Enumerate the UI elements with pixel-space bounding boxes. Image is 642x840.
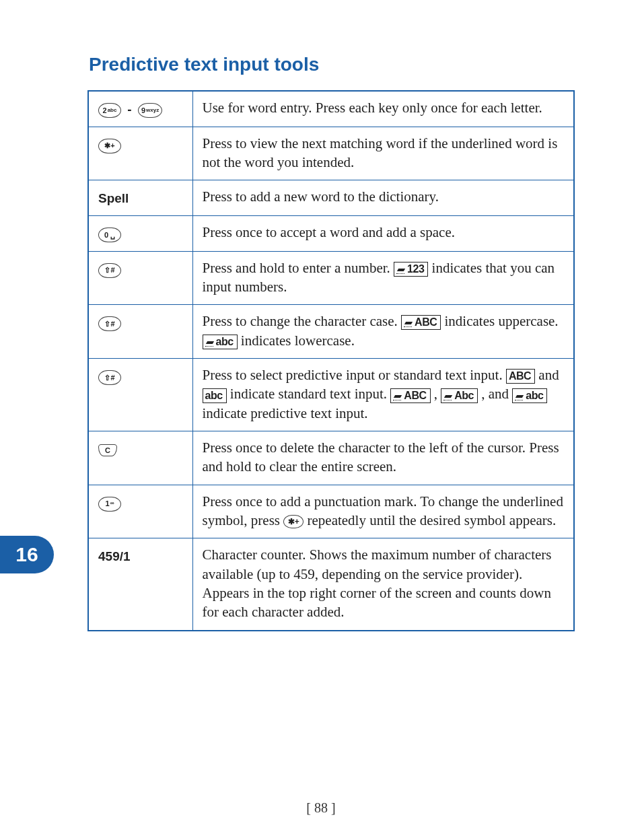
- key-one-icon: 1∞: [98, 497, 121, 512]
- table-row: C Press once to delete the character to …: [88, 431, 574, 485]
- desc-text: Press and hold to enter a number.: [203, 260, 394, 276]
- mode-abc-lower-indicator-icon: abc: [203, 335, 238, 349]
- mode-123-indicator-icon: 123: [394, 262, 428, 277]
- desc-text: repeatedly until the desired symbol appe…: [308, 512, 557, 528]
- key-cell: 0 ␣: [88, 215, 192, 251]
- key-zero-icon: 0 ␣: [98, 228, 121, 242]
- mode-predictive-upper-indicator-icon: ABC: [390, 388, 430, 403]
- dash-icon: -: [127, 102, 131, 116]
- key-2-icon: 2abc: [98, 103, 121, 118]
- key-star-inline-icon: ✱+: [283, 515, 304, 528]
- desc-text: indicate standard text input.: [230, 386, 391, 402]
- key-cell: 1∞: [88, 485, 192, 538]
- key-clear-icon: C: [98, 444, 117, 456]
- table-row: ⇧# Press and hold to enter a number. 123…: [88, 251, 574, 305]
- key-cell: 459/1: [88, 538, 192, 631]
- key-cell: ⇧#: [88, 358, 192, 431]
- mode-abc-upper-indicator-icon: ABC: [401, 315, 441, 330]
- key-hash-icon: ⇧#: [98, 316, 121, 331]
- document-page: Predictive text input tools 2abc - 9wxyz…: [0, 0, 642, 631]
- desc-text: Press to select predictive input or stan…: [203, 367, 506, 383]
- key-cell: ✱+: [88, 127, 192, 180]
- table-row: ⇧# Press to change the character case. A…: [88, 305, 574, 359]
- desc-text: indicate predictive text input.: [203, 405, 368, 421]
- mode-predictive-title-indicator-icon: Abc: [441, 388, 478, 403]
- desc-cell: Press to change the character case. ABC …: [192, 305, 574, 359]
- key-cell: C: [88, 431, 192, 485]
- table-row: 0 ␣ Press once to accept a word and add …: [88, 215, 574, 251]
- key-cell: ⇧#: [88, 251, 192, 305]
- desc-cell: Press once to accept a word and add a sp…: [192, 215, 574, 251]
- chapter-tab: 16: [0, 536, 54, 573]
- desc-cell: Use for word entry. Press each key only …: [192, 91, 574, 127]
- key-hash-icon: ⇧#: [98, 370, 121, 385]
- desc-cell: Press to add a new word to the dictionar…: [192, 180, 574, 216]
- table-row: 1∞ Press once to add a punctuation mark.…: [88, 485, 574, 538]
- table-row: 459/1 Character counter. Shows the maxim…: [88, 538, 574, 631]
- desc-cell: Press once to add a punctuation mark. To…: [192, 485, 574, 538]
- key-9-icon: 9wxyz: [138, 103, 162, 118]
- table-row: ⇧# Press to select predictive input or s…: [88, 358, 574, 431]
- desc-cell: Press to select predictive input or stan…: [192, 358, 574, 431]
- desc-cell: Press and hold to enter a number. 123 in…: [192, 251, 574, 305]
- table-row: Spell Press to add a new word to the dic…: [88, 180, 574, 216]
- key-cell: Spell: [88, 180, 192, 216]
- predictive-tools-table: 2abc - 9wxyz Use for word entry. Press e…: [87, 90, 575, 631]
- key-cell: 2abc - 9wxyz: [88, 91, 192, 127]
- key-cell: ⇧#: [88, 305, 192, 359]
- desc-cell: Character counter. Shows the maximum num…: [192, 538, 574, 631]
- mode-standard-lower-indicator-icon: abc: [203, 388, 227, 403]
- table-row: 2abc - 9wxyz Use for word entry. Press e…: [88, 91, 574, 127]
- table-row: ✱+ Press to view the next matching word …: [88, 127, 574, 180]
- desc-text: and: [538, 367, 559, 383]
- desc-text: , and: [481, 386, 512, 402]
- page-number: [ 88 ]: [0, 800, 642, 816]
- desc-text: indicates uppercase.: [445, 313, 559, 329]
- desc-text: indicates lowercase.: [241, 332, 355, 349]
- desc-text: Press to change the character case.: [203, 313, 402, 329]
- desc-cell: Press once to delete the character to th…: [192, 431, 574, 485]
- mode-standard-upper-indicator-icon: ABC: [506, 369, 535, 384]
- mode-predictive-lower-indicator-icon: abc: [512, 388, 547, 403]
- key-star-icon: ✱+: [98, 139, 121, 153]
- desc-cell: Press to view the next matching word if …: [192, 127, 574, 180]
- section-heading: Predictive text input tools: [89, 54, 575, 75]
- key-hash-icon: ⇧#: [98, 263, 121, 278]
- desc-text: ,: [434, 386, 441, 402]
